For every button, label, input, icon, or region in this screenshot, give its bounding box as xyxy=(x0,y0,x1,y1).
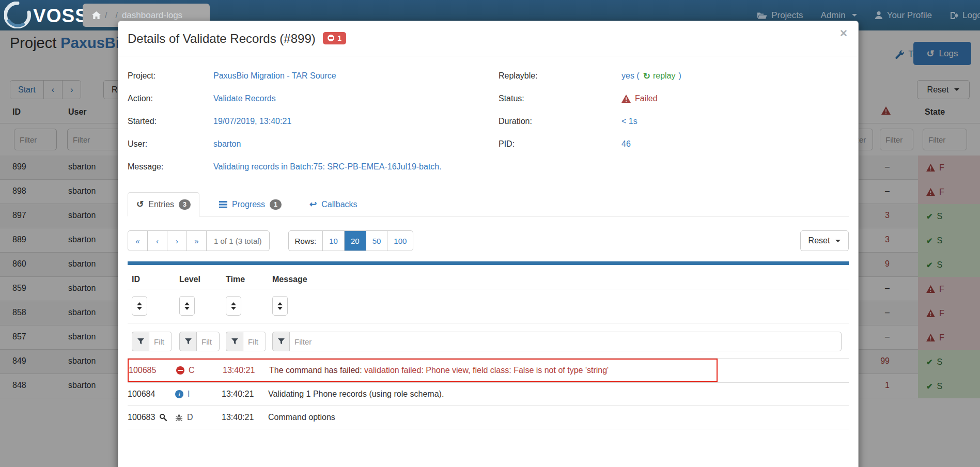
cell-time: 13:40:21 xyxy=(222,390,268,399)
last-page-button[interactable]: » xyxy=(187,231,207,251)
filter-input-level[interactable] xyxy=(196,332,220,351)
info-icon: i xyxy=(175,390,183,398)
rows-option-100[interactable]: 100 xyxy=(387,231,413,251)
search-icon[interactable] xyxy=(159,413,167,422)
replay-link[interactable]: replay xyxy=(653,71,676,81)
rows-option-50[interactable]: 50 xyxy=(366,231,388,251)
cell-id: 100685 xyxy=(129,366,176,375)
nav-admin[interactable]: Admin xyxy=(821,10,857,21)
field-label: Message: xyxy=(128,162,213,172)
nav-your-profile[interactable]: Your Profile xyxy=(875,10,932,21)
rows-label: Rows: xyxy=(289,231,323,251)
log-entry-row[interactable]: 100685 C 13:40:21 The command has failed… xyxy=(128,359,718,382)
field-label: Action: xyxy=(128,94,213,103)
project-link[interactable]: PaxusBio Migration - TAR Source xyxy=(213,71,336,81)
cell-level: iI xyxy=(175,390,222,399)
modal-header: Details of Validate Records (#899) 1 ✕ xyxy=(118,21,858,56)
entries-table-header: ID Level Time Message xyxy=(128,265,849,289)
action-link[interactable]: Validate Records xyxy=(213,94,276,103)
log-entry-row[interactable]: 100684 iI 13:40:21 Validating 1 Phone re… xyxy=(128,382,849,406)
field-label: User: xyxy=(128,139,213,149)
prev-page-button[interactable]: ‹ xyxy=(148,231,167,251)
message-segment: validation failed: Phone view, field cla… xyxy=(364,366,609,375)
field-label: Project: xyxy=(128,71,213,81)
funnel-icon xyxy=(272,332,289,351)
nav-projects[interactable]: Projects xyxy=(757,10,803,21)
close-icon[interactable]: ✕ xyxy=(839,27,848,39)
warning-icon xyxy=(621,95,631,103)
sort-button-id[interactable] xyxy=(132,296,147,316)
folder-open-icon xyxy=(757,11,767,20)
first-page-button[interactable]: « xyxy=(128,231,148,251)
bug-icon xyxy=(175,414,183,422)
replayable-value: yes ( xyxy=(621,71,640,81)
message-link[interactable]: Validating records in Batch:75: SRC-PB-E… xyxy=(213,162,442,172)
refresh-icon: ↻ xyxy=(643,71,650,82)
tasks-icon xyxy=(219,201,227,208)
nav-logout[interactable]: Logout xyxy=(950,10,980,21)
entries-table-rows: 100685 C 13:40:21 The command has failed… xyxy=(128,359,849,429)
user-icon xyxy=(875,11,883,20)
chevron-down-icon xyxy=(835,240,841,242)
modal-tabs: ↺ Entries 3 Progress 1 ↩ Callbacks xyxy=(128,192,849,216)
reply-icon: ↩ xyxy=(309,199,317,210)
field-label: Duration: xyxy=(499,117,621,126)
level-letter: C xyxy=(189,366,195,375)
entries-sort-row xyxy=(128,289,849,323)
field-label: Started: xyxy=(128,117,213,126)
tab-callbacks[interactable]: ↩ Callbacks xyxy=(301,192,366,216)
details-modal: Details of Validate Records (#899) 1 ✕ P… xyxy=(118,21,859,467)
progress-count-badge: 1 xyxy=(270,199,282,210)
log-entry-row[interactable]: 100683 D 13:40:21 Command options xyxy=(128,406,849,429)
tab-progress[interactable]: Progress 1 xyxy=(211,192,290,216)
reset-button-modal[interactable]: Reset xyxy=(800,230,849,251)
sort-button-level[interactable] xyxy=(179,296,195,316)
cell-message: Command options xyxy=(268,413,849,422)
filter-input-time[interactable] xyxy=(243,332,266,351)
cell-id: 100683 xyxy=(128,413,175,422)
field-label: Replayble: xyxy=(499,71,621,81)
rows-option-10[interactable]: 10 xyxy=(323,231,345,251)
started-link[interactable]: 19/07/2019, 13:40:21 xyxy=(213,117,291,126)
funnel-icon xyxy=(132,332,149,351)
cell-message: The command has failed: validation faile… xyxy=(269,366,717,375)
sort-button-time[interactable] xyxy=(226,296,241,316)
ban-icon xyxy=(176,366,184,375)
level-letter: I xyxy=(188,390,190,399)
sort-button-message[interactable] xyxy=(272,296,288,316)
column-header-time: Time xyxy=(226,275,272,284)
field-label: Status: xyxy=(499,94,621,103)
column-header-message: Message xyxy=(272,275,845,284)
entries-count-badge: 3 xyxy=(179,199,191,210)
page-summary: 1 of 1 (3 total) xyxy=(207,231,269,251)
cell-message: Validating 1 Phone records (using role s… xyxy=(268,390,849,399)
breadcrumb-current[interactable]: dashboard-logs xyxy=(122,10,182,21)
chevron-down-icon xyxy=(852,14,857,17)
filter-input-id[interactable] xyxy=(149,332,172,351)
history-icon: ↺ xyxy=(136,199,144,210)
cell-level: D xyxy=(175,413,222,422)
sign-out-icon xyxy=(950,11,958,20)
voss-logo-icon xyxy=(4,2,31,30)
user-link[interactable]: sbarton xyxy=(213,139,241,149)
modal-title: Details of Validate Records (#899) xyxy=(128,32,316,45)
home-icon[interactable] xyxy=(92,11,101,19)
rows-option-20[interactable]: 20 xyxy=(345,231,366,251)
entries-pagination: « ‹ › » 1 of 1 (3 total) Rows: 10 20 50 … xyxy=(128,230,849,251)
breadcrumb-separator: / xyxy=(115,11,117,20)
next-page-button[interactable]: › xyxy=(167,231,187,251)
filter-input-message[interactable] xyxy=(289,332,842,351)
tab-entries[interactable]: ↺ Entries 3 xyxy=(128,192,199,216)
error-count-badge: 1 xyxy=(323,32,346,44)
status-failed: Failed xyxy=(621,94,658,103)
progress-bar xyxy=(128,261,849,265)
level-letter: D xyxy=(187,413,193,422)
voss-logo[interactable]: VOSS xyxy=(4,2,88,30)
breadcrumb-separator: / xyxy=(105,11,107,20)
cell-id: 100684 xyxy=(128,390,175,399)
duration-value: < 1s xyxy=(621,117,637,126)
message-segment: Command options xyxy=(268,413,335,422)
column-header-level: Level xyxy=(179,275,226,284)
minus-circle-icon xyxy=(328,35,334,41)
entries-filter-row xyxy=(128,323,849,359)
